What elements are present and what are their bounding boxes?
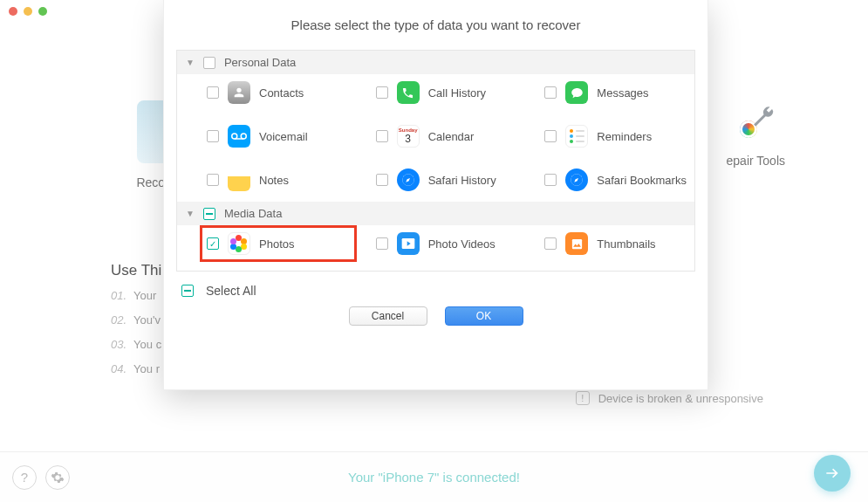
item-label: Voicemail xyxy=(259,130,308,143)
connection-status: Your "iPhone 7" is connected! xyxy=(0,470,868,485)
item-notes[interactable]: Notes xyxy=(182,168,352,191)
svg-rect-7 xyxy=(572,238,582,248)
bg-list-item: Your xyxy=(133,289,156,302)
category-header-media[interactable]: ▼ Media Data xyxy=(177,202,694,225)
item-safari-bookmarks[interactable]: Safari Bookmarks xyxy=(520,168,689,191)
item-label: Photo Videos xyxy=(428,237,496,251)
item-checkbox[interactable] xyxy=(376,130,388,142)
item-voicemail[interactable]: Voicemail xyxy=(182,125,352,148)
category-items-media: ✓ Photos Photo Videos Thumbnails xyxy=(177,225,694,271)
item-label: Messages xyxy=(597,86,648,100)
tools-icon xyxy=(735,105,776,147)
modal-title: Please select the type of data you want … xyxy=(164,17,707,32)
select-all-row[interactable]: Select All xyxy=(181,284,690,298)
item-label: Call History xyxy=(428,86,486,100)
highlight-box xyxy=(200,225,357,262)
item-checkbox[interactable] xyxy=(207,174,219,186)
cancel-button-label: Cancel xyxy=(372,310,404,322)
item-checkbox[interactable] xyxy=(376,86,388,99)
item-label: Safari History xyxy=(428,174,496,187)
category-label: Personal Data xyxy=(224,56,296,69)
svg-point-1 xyxy=(241,134,246,139)
item-reminders[interactable]: Reminders xyxy=(520,125,689,148)
item-contacts[interactable]: Contacts xyxy=(182,81,352,104)
bg-list-item: You'v xyxy=(133,313,161,327)
item-label: Reminders xyxy=(597,130,652,143)
next-button[interactable] xyxy=(814,455,851,492)
modal-button-row: Cancel OK xyxy=(164,306,707,326)
item-photo-videos[interactable]: Photo Videos xyxy=(352,232,521,255)
item-checkbox[interactable] xyxy=(207,130,219,142)
item-safari-history[interactable]: Safari History xyxy=(352,168,521,191)
thumbnails-icon xyxy=(565,232,588,255)
footer-bar: ? Your "iPhone 7" is connected! xyxy=(0,451,868,502)
item-label: Calendar xyxy=(428,130,475,143)
svg-point-0 xyxy=(232,134,237,139)
compass-icon xyxy=(397,168,420,191)
item-thumbnails[interactable]: Thumbnails xyxy=(520,232,689,255)
item-calendar[interactable]: Sunday3Calendar xyxy=(352,125,521,148)
bg-list-item: You c xyxy=(133,338,161,351)
item-label: Notes xyxy=(259,174,289,187)
item-checkbox[interactable] xyxy=(376,237,388,250)
phone-icon xyxy=(397,81,420,104)
arrow-right-icon xyxy=(824,464,841,482)
item-checkbox[interactable] xyxy=(544,86,557,99)
bg-list-item: You r xyxy=(133,362,160,375)
ok-button[interactable]: OK xyxy=(445,306,523,326)
cancel-button[interactable]: Cancel xyxy=(349,306,427,326)
item-messages[interactable]: Messages xyxy=(520,81,689,104)
category-header-personal[interactable]: ▼ Personal Data xyxy=(177,51,694,74)
item-checkbox[interactable] xyxy=(207,86,219,99)
repair-tools-card: epair Tools xyxy=(727,105,785,168)
voicemail-icon xyxy=(228,125,250,148)
select-all-checkbox[interactable] xyxy=(181,285,194,297)
category-checkbox[interactable] xyxy=(203,57,215,69)
category-label: Media Data xyxy=(224,207,282,220)
ok-button-label: OK xyxy=(476,310,491,322)
notes-icon xyxy=(228,168,250,191)
category-list: ▼ Personal Data Contacts Call History Me… xyxy=(176,50,695,272)
item-label: Contacts xyxy=(259,86,304,100)
select-data-type-modal: Please select the type of data you want … xyxy=(163,0,708,390)
messages-icon xyxy=(565,81,588,104)
reminders-icon xyxy=(565,125,588,148)
item-checkbox[interactable] xyxy=(544,237,557,250)
bg-check-item: Device is broken & unresponsive xyxy=(598,392,763,405)
category-checkbox[interactable] xyxy=(203,208,215,220)
disclosure-triangle-icon[interactable]: ▼ xyxy=(186,209,195,218)
item-label: Safari Bookmarks xyxy=(597,174,687,187)
item-checkbox[interactable] xyxy=(376,174,388,186)
disclosure-triangle-icon[interactable]: ▼ xyxy=(186,58,195,67)
compass-icon xyxy=(565,168,588,191)
item-call-history[interactable]: Call History xyxy=(352,81,521,104)
item-checkbox[interactable] xyxy=(544,130,557,142)
select-all-label: Select All xyxy=(206,284,256,298)
item-checkbox[interactable] xyxy=(544,174,557,186)
contacts-icon xyxy=(228,81,250,104)
item-label: Thumbnails xyxy=(597,237,655,251)
category-items-personal: Contacts Call History Messages Voicemail… xyxy=(177,74,694,202)
calendar-icon: Sunday3 xyxy=(397,125,420,148)
tools-label: epair Tools xyxy=(727,154,785,168)
photo-video-icon xyxy=(397,232,420,255)
item-photos[interactable]: ✓ Photos xyxy=(182,232,352,255)
